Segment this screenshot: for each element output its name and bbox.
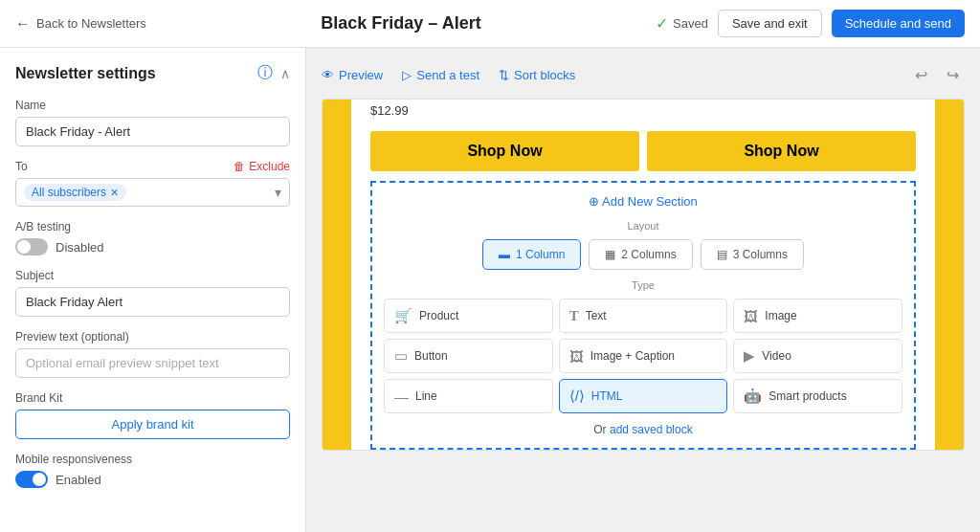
ab-testing-toggle[interactable] [15,238,48,255]
price-value: $12.99 [370,103,409,118]
mobile-responsiveness-toggle[interactable] [15,471,48,488]
mobile-responsiveness-group: Mobile responsiveness Enabled [15,453,290,488]
type-label: Type [384,279,902,291]
sidebar-header: Newsletter settings ⓘ ∧ [15,63,290,83]
type-smart-products[interactable]: 🤖 Smart products [733,379,902,413]
top-bar: ← Back to Newsletters Black Friday – Ale… [0,0,980,48]
shop-now-left-button[interactable]: Shop Now [370,131,639,171]
subject-field-group: Subject [15,269,290,317]
send-test-button[interactable]: ▷ Send a test [402,68,479,82]
collapse-icon[interactable]: ∧ [280,66,290,81]
type-grid: 🛒 Product T Text 🖼 Image [384,299,902,413]
html-label: HTML [591,389,623,403]
preview-text-label: Preview text (optional) [15,330,290,344]
type-line[interactable]: — Line [384,379,553,413]
add-section-icon: ⊕ [589,194,599,209]
sort-blocks-button[interactable]: ⇅ Sort blocks [499,68,575,82]
add-new-section-button[interactable]: ⊕ Add New Section [384,194,902,209]
button-label: Button [414,349,448,363]
to-row: To 🗑 Exclude [15,160,290,173]
mobile-responsiveness-status: Enabled [56,473,101,487]
top-bar-right: ✓ Saved Save and exit Schedule and send [656,10,965,37]
type-image[interactable]: 🖼 Image [733,299,902,333]
price-row: $12.99 [351,100,935,122]
layout-1col-label: 1 Column [516,248,565,261]
page-title: Black Friday – Alert [146,13,656,33]
to-field-group: To 🗑 Exclude All subscribers ✕ ▾ [15,160,290,207]
email-with-sides: $12.99 Shop Now Shop Now ⊕ Add New Secti… [323,100,964,450]
type-product[interactable]: 🛒 Product [384,299,553,333]
layout-2col-icon: ▦ [605,248,615,261]
saved-label: Saved [673,16,708,31]
button-icon: ▭ [394,347,408,365]
tag-close-icon[interactable]: ✕ [110,187,119,199]
preview-button[interactable]: 👁 Preview [322,68,383,82]
product-icon: 🛒 [394,307,412,324]
brand-kit-group: Brand Kit Apply brand kit [15,391,290,439]
video-label: Video [762,349,791,363]
toolbar: 👁 Preview ▷ Send a test ⇅ Sort blocks ↩ … [322,63,965,87]
type-html[interactable]: ⟨/⟩ HTML [559,379,728,413]
undo-button[interactable]: ↩ [909,63,933,87]
back-to-newsletters-link[interactable]: ← Back to Newsletters [15,15,146,33]
layout-1-column[interactable]: ▬ 1 Column [482,239,581,270]
text-label: Text [586,309,607,322]
subscribers-input[interactable]: All subscribers ✕ ▾ [15,178,290,207]
layout-2-columns[interactable]: ▦ 2 Columns [589,239,692,270]
sort-blocks-icon: ⇅ [499,68,509,82]
yellow-right-bar [935,100,964,450]
shop-row: Shop Now Shop Now [351,122,935,181]
preview-text-field-group: Preview text (optional) [15,330,290,378]
product-label: Product [419,309,458,322]
email-center: $12.99 Shop Now Shop Now ⊕ Add New Secti… [351,100,935,450]
content-area: 👁 Preview ▷ Send a test ⇅ Sort blocks ↩ … [306,48,980,532]
name-label: Name [15,99,290,112]
toolbar-left: 👁 Preview ▷ Send a test ⇅ Sort blocks [322,68,575,82]
layout-3col-icon: ▤ [717,248,727,261]
send-test-icon: ▷ [402,68,412,82]
type-button[interactable]: ▭ Button [384,339,553,373]
subscriber-tag: All subscribers ✕ [24,184,126,201]
name-input[interactable] [15,117,290,146]
subject-label: Subject [15,269,290,282]
image-caption-icon: 🖼 [569,348,584,365]
ab-testing-toggle-row: Disabled [15,238,290,255]
preview-icon: 👁 [322,68,334,82]
add-section-label: Add New Section [602,194,698,209]
redo-button[interactable]: ↪ [941,63,965,87]
toolbar-right: ↩ ↪ [909,63,965,87]
main-layout: Newsletter settings ⓘ ∧ Name To 🗑 Exclud… [0,48,980,532]
brand-kit-label: Brand Kit [15,391,290,405]
saved-check-icon: ✓ [656,14,668,33]
schedule-send-button[interactable]: Schedule and send [832,10,965,37]
mobile-toggle-row: Enabled [15,471,290,488]
add-saved-block-link[interactable]: add saved block [610,423,693,436]
text-icon: T [569,308,579,324]
layout-2col-label: 2 Columns [621,248,676,261]
apply-brand-kit-button[interactable]: Apply brand kit [15,410,290,439]
type-text[interactable]: T Text [559,299,728,333]
saved-block-row: Or add saved block [384,423,902,436]
preview-text-input[interactable] [15,348,290,378]
top-bar-left: ← Back to Newsletters [15,15,146,33]
help-icon[interactable]: ⓘ [257,63,273,83]
image-icon: 🖼 [744,308,758,324]
layout-section: Layout ▬ 1 Column ▦ 2 Columns [384,220,902,270]
back-link-label: Back to Newsletters [36,16,146,31]
exclude-button[interactable]: 🗑 Exclude [234,160,290,173]
shop-now-right-button[interactable]: Shop Now [647,131,916,171]
name-field-group: Name [15,99,290,146]
image-label: Image [765,309,796,322]
layout-options: ▬ 1 Column ▦ 2 Columns ▤ 3 Columns [384,239,902,270]
saved-indicator: ✓ Saved [656,14,708,33]
save-exit-button[interactable]: Save and exit [718,10,822,37]
dropdown-arrow-icon: ▾ [275,185,281,200]
type-video[interactable]: ▶ Video [733,339,902,373]
layout-3-columns[interactable]: ▤ 3 Columns [701,239,804,270]
subject-input[interactable] [15,287,290,317]
trash-icon: 🗑 [234,160,245,173]
html-icon: ⟨/⟩ [569,388,585,405]
sidebar: Newsletter settings ⓘ ∧ Name To 🗑 Exclud… [0,48,306,532]
back-arrow-icon: ← [15,15,31,33]
type-image-caption[interactable]: 🖼 Image + Caption [559,339,728,373]
